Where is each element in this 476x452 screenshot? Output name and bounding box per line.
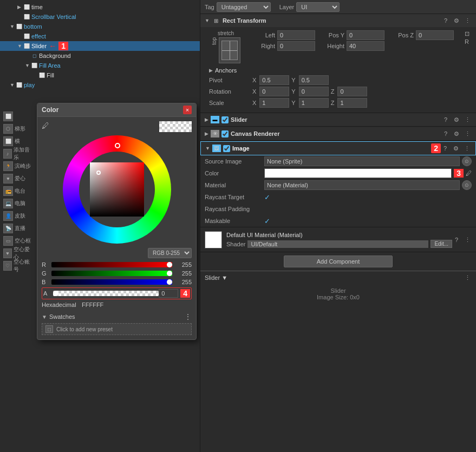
height-input[interactable] xyxy=(347,41,384,51)
channel-b-slider[interactable] xyxy=(51,279,172,285)
image-comp-header[interactable]: ▼ 🖼 Image 2 ? ⚙ ⋮ xyxy=(200,141,476,155)
tree-item-fill-area[interactable]: ▼ ⬜ Fill Area xyxy=(0,61,200,70)
material-more-icon[interactable]: ⋮ xyxy=(463,235,472,244)
layer-select[interactable]: UI xyxy=(296,2,340,12)
small-icon[interactable]: ⬡ xyxy=(3,124,13,134)
tag-select[interactable]: Untagged xyxy=(217,2,271,12)
small-icon[interactable]: 🏃 xyxy=(3,161,13,171)
material-picker-btn[interactable]: ⊙ xyxy=(462,180,472,190)
color-mode-select[interactable]: RGB 0-255 xyxy=(148,248,192,258)
canvas-settings-icon[interactable]: ⚙ xyxy=(452,129,461,138)
left-icon-row-12[interactable]: ♥ 空心爱心 xyxy=(2,247,34,259)
material-help-icon[interactable]: ? xyxy=(452,235,461,244)
left-icon-row-6[interactable]: ♥ 爱心 xyxy=(2,173,34,185)
slider-comp-icon: ▬ xyxy=(211,116,219,123)
r-icon[interactable]: R xyxy=(465,38,470,45)
tree-item-slider[interactable]: ▼ ⬜ Slider ← 1 xyxy=(0,41,200,51)
posz-input[interactable] xyxy=(416,30,454,40)
channel-a-slider[interactable] xyxy=(53,291,159,296)
tree-item-effect[interactable]: ⬜ effect xyxy=(0,31,200,41)
canvas-renderer-checkbox[interactable] xyxy=(221,130,229,137)
tree-item-bottom[interactable]: ▼ ⬜ bottom xyxy=(0,22,200,31)
scale-z-input[interactable] xyxy=(337,98,367,108)
rot-z-input[interactable] xyxy=(337,87,367,96)
hex-label: Hexadecimal xyxy=(42,302,80,308)
source-image-value: None (Sprite) xyxy=(264,156,460,166)
tree-item-fill[interactable]: ⬜ Fill xyxy=(0,70,200,80)
left-icon-row-5[interactable]: 🏃 滨崎步 xyxy=(2,160,34,172)
small-icon[interactable]: ▭ xyxy=(3,236,13,246)
left-icon-row-10[interactable]: 📡 直播 xyxy=(2,222,34,234)
canvas-help-icon[interactable]: ? xyxy=(441,129,450,138)
image-settings-icon[interactable]: ⚙ xyxy=(452,144,460,153)
pivot-x-input[interactable] xyxy=(259,75,289,85)
tree-item-background[interactable]: ◻ Background xyxy=(0,51,200,61)
left-icon-row-8[interactable]: 💻 电脑 xyxy=(2,198,34,209)
slider-help-icon[interactable]: ? xyxy=(441,115,450,124)
add-component-button[interactable]: Add Component xyxy=(284,256,393,267)
slider-more-icon[interactable]: ⋮ xyxy=(463,115,472,124)
help-icon[interactable]: ? xyxy=(441,16,450,25)
icon-label-frame: 空心框 xyxy=(15,237,31,245)
left-icon-row-11[interactable]: ▭ 空心框 xyxy=(2,235,34,247)
tree-item-scrollbar[interactable]: ⬜ Scrollbar Vertical xyxy=(0,12,200,22)
small-icon[interactable]: ♡ xyxy=(3,261,12,271)
small-icon[interactable]: 💻 xyxy=(3,199,13,208)
add-preset-button[interactable]: □ Click to add new preset xyxy=(42,323,192,335)
rot-x-input[interactable] xyxy=(259,87,289,96)
scale-label: Scale xyxy=(209,100,252,106)
color-eyedropper-icon[interactable]: 🖊 xyxy=(466,170,472,176)
image-more-icon[interactable]: ⋮ xyxy=(462,144,471,153)
rect-transform-header[interactable]: ▼ ⊞ Rect Transform ? ⚙ ⋮ xyxy=(200,14,476,27)
more-icon[interactable]: ⋮ xyxy=(463,16,472,25)
left-icon-row-4[interactable]: ♪ 添加音乐 xyxy=(2,148,34,160)
swatches-menu-icon[interactable]: ⋮ xyxy=(184,312,192,321)
left-icon-row-7[interactable]: 📻 电台 xyxy=(2,185,34,197)
right-input[interactable] xyxy=(277,41,315,51)
settings-icon[interactable]: ⚙ xyxy=(452,16,461,25)
color-swatch[interactable] xyxy=(264,168,452,178)
slider-settings-icon[interactable]: ⚙ xyxy=(452,115,461,124)
shader-edit-button[interactable]: Edit... xyxy=(431,240,452,248)
left-icon-row-9[interactable]: 👤 皮肤 xyxy=(2,210,34,222)
source-image-picker-btn[interactable]: ⊙ xyxy=(462,156,472,166)
maskable-check[interactable]: ✓ xyxy=(264,217,270,225)
expand-width-icon[interactable]: ⊡ xyxy=(465,30,470,37)
channel-g-slider[interactable] xyxy=(51,271,172,276)
cube-icon: ⬜ xyxy=(15,81,23,89)
canvas-renderer-header[interactable]: ▶ 👁 Canvas Renderer ? ⚙ ⋮ xyxy=(200,127,476,140)
small-icon[interactable]: ♥ xyxy=(3,174,13,184)
color-wheel-svg[interactable] xyxy=(63,135,171,244)
image-section-btns: ? ⚙ ⋮ xyxy=(441,144,471,153)
scale-y-input[interactable] xyxy=(299,98,329,108)
left-input[interactable] xyxy=(277,30,315,40)
left-icon-row-13[interactable]: ♡ 空心账号 xyxy=(2,260,34,272)
scale-x-input[interactable] xyxy=(259,98,289,108)
slider-comp-checkbox[interactable] xyxy=(221,116,229,123)
anchors-row[interactable]: ▶ Anchors xyxy=(205,65,472,75)
small-icon[interactable]: 📡 xyxy=(3,224,13,233)
slider-bottom-more-icon[interactable]: ⋮ xyxy=(463,273,472,282)
small-icon[interactable]: ⬜ xyxy=(3,136,13,146)
posy-input[interactable] xyxy=(347,30,384,40)
tree-item-play[interactable]: ▼ ⬜ play xyxy=(0,80,200,90)
image-help-icon[interactable]: ? xyxy=(441,144,449,153)
small-icon[interactable]: 👤 xyxy=(3,211,13,221)
color-picker-close-button[interactable]: × xyxy=(183,106,192,114)
raycast-target-check[interactable]: ✓ xyxy=(264,193,270,201)
small-icon[interactable]: 📻 xyxy=(3,186,13,196)
channel-r-slider[interactable] xyxy=(51,262,172,267)
eyedropper-icon[interactable]: 🖊 xyxy=(42,121,53,132)
small-icon[interactable]: ♪ xyxy=(3,149,12,159)
slider-comp-header[interactable]: ▶ ▬ Slider ? ⚙ ⋮ xyxy=(200,113,476,126)
image-comp-checkbox[interactable] xyxy=(223,145,230,152)
rot-y-input[interactable] xyxy=(299,87,329,96)
pivot-y-input[interactable] xyxy=(299,75,329,85)
small-icon[interactable]: ⬜ xyxy=(3,112,13,121)
slider-bottom-label: Slider ▼ xyxy=(205,274,227,281)
tree-item-time[interactable]: ▶ ⬜ time xyxy=(0,2,200,12)
channel-a-input[interactable] xyxy=(159,289,178,298)
small-icon[interactable]: ♥ xyxy=(3,248,12,258)
canvas-more-icon[interactable]: ⋮ xyxy=(463,129,472,138)
anchor-visual[interactable] xyxy=(219,37,240,63)
